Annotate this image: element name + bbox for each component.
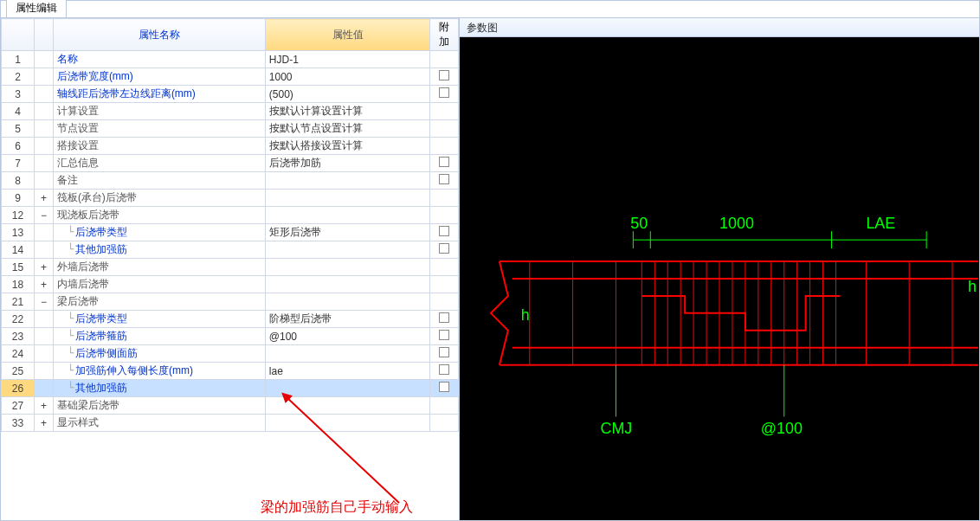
prop-name[interactable]: 计算设置 (53, 103, 265, 120)
table-row[interactable]: 21−梁后浇带 (2, 293, 459, 311)
checkbox-icon[interactable] (439, 243, 449, 254)
prop-value[interactable]: 阶梯型后浇带 (265, 311, 430, 328)
prop-value[interactable]: 1000 (265, 68, 430, 86)
table-row[interactable]: 1名称HJD-1 (2, 51, 459, 68)
table-row[interactable]: 7汇总信息后浇带加筋 (2, 155, 459, 172)
table-row[interactable]: 27+基础梁后浇带 (2, 397, 459, 415)
prop-name[interactable]: 轴线距后浇带左边线距离(mm) (53, 86, 265, 103)
table-row[interactable]: 24后浇带侧面筋 (2, 345, 459, 363)
prop-name[interactable]: 后浇带类型 (53, 311, 265, 328)
expand-toggle[interactable]: + (35, 190, 54, 207)
prop-value[interactable] (265, 380, 430, 397)
prop-name[interactable]: 其他加强筋 (53, 380, 265, 397)
table-row[interactable]: 15+外墙后浇带 (2, 259, 459, 276)
checkbox-icon[interactable] (439, 382, 449, 392)
checkbox-icon[interactable] (439, 70, 449, 80)
table-row[interactable]: 25加强筋伸入每侧长度(mm)lae (2, 363, 459, 380)
table-row[interactable]: 6搭接设置按默认搭接设置计算 (2, 138, 459, 155)
attach-cell[interactable] (430, 345, 459, 363)
prop-value[interactable] (265, 345, 430, 363)
prop-name[interactable]: 内墙后浇带 (53, 276, 265, 293)
prop-name[interactable]: 后浇带类型 (53, 224, 265, 241)
prop-name[interactable]: 后浇带侧面筋 (53, 345, 265, 363)
expand-toggle[interactable]: + (35, 259, 54, 276)
prop-value[interactable] (265, 397, 430, 415)
checkbox-icon[interactable] (439, 157, 449, 167)
table-row[interactable]: 26其他加强筋 (2, 380, 459, 397)
table-row[interactable]: 12−现浇板后浇带 (2, 207, 459, 224)
attach-cell (430, 51, 459, 68)
table-row[interactable]: 4计算设置按默认计算设置计算 (2, 103, 459, 120)
table-row[interactable]: 13后浇带类型矩形后浇带 (2, 224, 459, 241)
expand-toggle[interactable]: + (35, 276, 54, 293)
table-row[interactable]: 23后浇带箍筋@100 (2, 328, 459, 345)
checkbox-icon[interactable] (439, 87, 449, 98)
expand-toggle[interactable]: − (35, 293, 54, 311)
prop-name[interactable]: 后浇带箍筋 (53, 328, 265, 345)
prop-name[interactable]: 加强筋伸入每侧长度(mm) (53, 363, 265, 380)
attach-cell[interactable] (430, 380, 459, 397)
prop-value[interactable]: 矩形后浇带 (265, 224, 430, 241)
drawing-area[interactable]: 50 1000 LAE (460, 37, 979, 520)
table-row[interactable]: 9+筏板(承台)后浇带 (2, 190, 459, 207)
prop-name[interactable]: 显示样式 (53, 415, 265, 432)
checkbox-icon[interactable] (439, 364, 449, 375)
attach-cell[interactable] (430, 224, 459, 241)
table-row[interactable]: 8备注 (2, 172, 459, 190)
prop-value[interactable] (265, 293, 430, 311)
prop-name[interactable]: 现浇板后浇带 (53, 207, 265, 224)
prop-value[interactable]: 按默认搭接设置计算 (265, 138, 430, 155)
prop-value[interactable]: (500) (265, 86, 430, 103)
prop-value[interactable] (265, 415, 430, 432)
expand-toggle[interactable]: − (35, 207, 54, 224)
prop-name[interactable]: 外墙后浇带 (53, 259, 265, 276)
checkbox-icon[interactable] (439, 174, 449, 184)
table-row[interactable]: 2后浇带宽度(mm)1000 (2, 68, 459, 86)
prop-name[interactable]: 名称 (53, 51, 265, 68)
prop-value[interactable]: @100 (265, 328, 430, 345)
attach-cell[interactable] (430, 328, 459, 345)
prop-value[interactable]: 按默认计算设置计算 (265, 103, 430, 120)
prop-name[interactable]: 备注 (53, 172, 265, 190)
attach-cell[interactable] (430, 68, 459, 86)
table-row[interactable]: 18+内墙后浇带 (2, 276, 459, 293)
prop-name[interactable]: 后浇带宽度(mm) (53, 68, 265, 86)
table-row[interactable]: 14其他加强筋 (2, 241, 459, 259)
prop-name[interactable]: 搭接设置 (53, 138, 265, 155)
prop-value[interactable] (265, 207, 430, 224)
prop-name[interactable]: 汇总信息 (53, 155, 265, 172)
checkbox-icon[interactable] (439, 330, 449, 340)
prop-value[interactable] (265, 276, 430, 293)
tab-property-edit[interactable]: 属性编辑 (6, 0, 67, 17)
prop-value[interactable] (265, 259, 430, 276)
attach-cell[interactable] (430, 363, 459, 380)
attach-cell[interactable] (430, 86, 459, 103)
attach-cell[interactable] (430, 311, 459, 328)
attach-cell (430, 120, 459, 138)
checkbox-icon[interactable] (439, 347, 449, 357)
prop-value[interactable]: 后浇带加筋 (265, 155, 430, 172)
table-row[interactable]: 22后浇带类型阶梯型后浇带 (2, 311, 459, 328)
table-row[interactable]: 33+显示样式 (2, 415, 459, 432)
checkbox-icon[interactable] (439, 312, 449, 323)
prop-value[interactable]: lae (265, 363, 430, 380)
prop-name[interactable]: 基础梁后浇带 (53, 397, 265, 415)
prop-value[interactable] (265, 172, 430, 190)
table-row[interactable]: 5节点设置按默认节点设置计算 (2, 120, 459, 138)
property-grid[interactable]: 属性名称 属性值 附加 1名称HJD-12后浇带宽度(mm)10003轴线距后浇… (1, 18, 459, 432)
table-row[interactable]: 3轴线距后浇带左边线距离(mm)(500) (2, 86, 459, 103)
checkbox-icon[interactable] (439, 226, 449, 236)
attach-cell[interactable] (430, 241, 459, 259)
attach-cell[interactable] (430, 155, 459, 172)
expand-toggle[interactable]: + (35, 415, 54, 432)
prop-value[interactable]: 按默认节点设置计算 (265, 120, 430, 138)
prop-name[interactable]: 其他加强筋 (53, 241, 265, 259)
prop-value[interactable] (265, 241, 430, 259)
prop-value[interactable]: HJD-1 (265, 51, 430, 68)
attach-cell[interactable] (430, 172, 459, 190)
prop-name[interactable]: 节点设置 (53, 120, 265, 138)
prop-name[interactable]: 筏板(承台)后浇带 (53, 190, 265, 207)
prop-name[interactable]: 梁后浇带 (53, 293, 265, 311)
expand-toggle[interactable]: + (35, 397, 54, 415)
prop-value[interactable] (265, 190, 430, 207)
